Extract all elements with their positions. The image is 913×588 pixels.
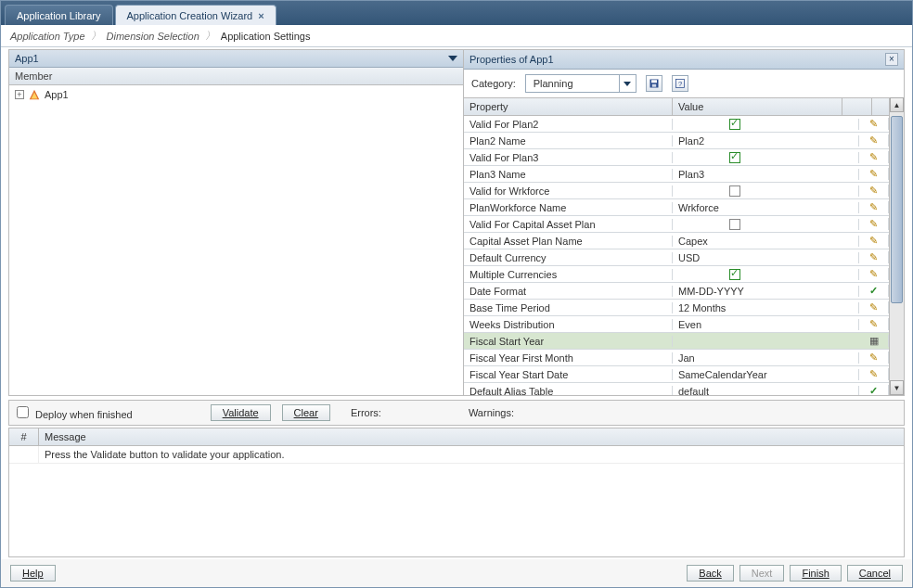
main-panels: App1 Member + App1 Properties of — [8, 49, 905, 396]
property-indicator[interactable]: ✎ — [859, 218, 889, 230]
chevron-right-icon — [205, 29, 215, 43]
property-indicator[interactable]: ✎ — [859, 134, 889, 147]
property-row[interactable]: Base Time Period12 Months✎ — [464, 300, 889, 316]
category-label: Category: — [471, 78, 516, 89]
message-row: Press the Validate button to validate yo… — [9, 446, 904, 464]
property-value-cell[interactable] — [673, 119, 859, 130]
save-icon[interactable] — [646, 75, 662, 92]
property-grid-wrap: Property Value Valid For Plan2✎Plan2 Nam… — [464, 97, 904, 395]
checkbox-icon[interactable] — [729, 185, 740, 197]
help-icon[interactable]: ? — [672, 75, 688, 92]
scroll-track[interactable] — [890, 112, 904, 380]
chevron-right-icon — [91, 29, 101, 43]
pencil-icon: ✎ — [869, 318, 878, 329]
checkbox-icon[interactable] — [729, 119, 740, 130]
validate-button[interactable]: Validate — [211, 404, 271, 421]
property-value-cell[interactable]: Wrkforce — [673, 202, 859, 213]
scroll-thumb[interactable] — [891, 116, 903, 303]
finish-button[interactable]: Finish — [790, 565, 841, 582]
property-indicator[interactable]: ✎ — [859, 151, 889, 163]
dropdown-icon[interactable] — [448, 56, 457, 61]
property-indicator[interactable]: ✎ — [859, 318, 889, 330]
breadcrumb-dimension-selection[interactable]: Dimension Selection — [107, 31, 199, 42]
tab-application-library[interactable]: Application Library — [5, 5, 113, 25]
property-value-cell[interactable] — [673, 219, 859, 230]
tree-column-header: Member — [9, 68, 463, 85]
property-value-cell[interactable]: Jan — [673, 352, 859, 364]
property-indicator[interactable]: ▦ — [859, 335, 889, 347]
property-value-cell[interactable]: Capex — [673, 236, 859, 247]
property-row[interactable]: Fiscal Year First MonthJan✎ — [464, 350, 889, 366]
deploy-checkbox[interactable] — [17, 406, 29, 418]
checkbox-icon[interactable] — [729, 219, 740, 230]
pencil-icon: ✎ — [869, 185, 878, 196]
breadcrumb: Application Type Dimension Selection App… — [1, 25, 912, 47]
property-value-cell[interactable]: MM-DD-YYYY — [673, 286, 859, 297]
back-button[interactable]: Back — [687, 565, 733, 582]
pencil-icon: ✎ — [869, 235, 878, 246]
property-indicator[interactable]: ✎ — [859, 301, 889, 313]
property-value-cell[interactable] — [673, 152, 859, 163]
help-button[interactable]: Help — [10, 565, 56, 582]
category-select[interactable]: Planning — [525, 74, 637, 93]
property-value-cell[interactable] — [673, 185, 859, 197]
property-indicator[interactable]: ✎ — [859, 368, 889, 380]
property-value-cell[interactable]: Plan2 — [673, 135, 859, 147]
property-row[interactable]: Valid For Plan3✎ — [464, 149, 889, 166]
pencil-icon: ✎ — [869, 352, 878, 363]
property-value: Capex — [678, 236, 708, 247]
property-value-cell[interactable]: default — [673, 386, 859, 396]
checkbox-icon[interactable] — [729, 152, 740, 163]
property-row[interactable]: Default Alias Tabledefault✓ — [464, 383, 889, 395]
property-row[interactable]: Fiscal Start Year▦ — [464, 333, 889, 350]
property-row[interactable]: Plan2 NamePlan2✎ — [464, 133, 889, 149]
scroll-up-icon[interactable]: ▲ — [890, 97, 904, 112]
calendar-icon: ▦ — [869, 335, 879, 346]
property-indicator[interactable]: ✎ — [859, 251, 889, 263]
expand-icon[interactable]: + — [15, 90, 24, 99]
property-indicator[interactable]: ✎ — [859, 235, 889, 247]
property-row[interactable]: Valid for Wrkforce✎ — [464, 183, 889, 199]
property-row[interactable]: Valid For Plan2✎ — [464, 116, 889, 133]
property-indicator[interactable]: ✎ — [859, 201, 889, 213]
property-value-cell[interactable]: 12 Months — [673, 302, 859, 313]
property-indicator[interactable]: ✎ — [859, 268, 889, 280]
property-value-cell[interactable] — [673, 269, 859, 280]
property-value-cell[interactable]: SameCalendarYear — [673, 369, 859, 380]
checkbox-icon[interactable] — [729, 269, 740, 280]
property-indicator[interactable]: ✎ — [859, 185, 889, 197]
property-row[interactable]: Capital Asset Plan NameCapex✎ — [464, 233, 889, 249]
cancel-button[interactable]: Cancel — [847, 565, 903, 582]
close-icon[interactable]: × — [258, 10, 264, 21]
property-row[interactable]: PlanWorkforce NameWrkforce✎ — [464, 199, 889, 216]
close-icon[interactable]: × — [885, 53, 898, 66]
property-row[interactable]: Default CurrencyUSD✎ — [464, 249, 889, 266]
clear-button[interactable]: Clear — [282, 404, 330, 421]
property-value-cell[interactable]: Plan3 — [673, 169, 859, 180]
property-indicator[interactable]: ✎ — [859, 352, 889, 364]
property-value-cell[interactable]: Even — [673, 319, 859, 330]
property-indicator[interactable]: ✓ — [859, 385, 889, 395]
property-value-cell[interactable]: USD — [673, 252, 859, 263]
breadcrumb-application-type[interactable]: Application Type — [10, 31, 85, 42]
property-row[interactable]: Valid For Capital Asset Plan✎ — [464, 216, 889, 233]
col-scroll-gutter — [872, 98, 889, 115]
property-row[interactable]: Plan3 NamePlan3✎ — [464, 166, 889, 183]
tree-root-row[interactable]: + App1 — [9, 85, 463, 104]
message-grid-body: Press the Validate button to validate yo… — [9, 446, 904, 556]
scroll-down-icon[interactable]: ▼ — [890, 380, 904, 395]
property-row[interactable]: Date FormatMM-DD-YYYY✓ — [464, 283, 889, 300]
property-indicator[interactable]: ✎ — [859, 168, 889, 180]
deploy-when-finished[interactable]: Deploy when finished — [17, 406, 133, 420]
property-name: Valid for Wrkforce — [464, 185, 673, 197]
pencil-icon: ✎ — [869, 301, 878, 313]
property-row[interactable]: Fiscal Year Start DateSameCalendarYear✎ — [464, 366, 889, 383]
property-indicator[interactable]: ✓ — [859, 285, 889, 297]
property-indicator[interactable]: ✎ — [859, 118, 889, 130]
chevron-down-icon[interactable] — [619, 75, 636, 92]
property-row[interactable]: Weeks DistributionEven✎ — [464, 316, 889, 333]
tab-application-creation-wizard[interactable]: Application Creation Wizard × — [115, 5, 276, 25]
property-value: Jan — [678, 352, 695, 364]
property-row[interactable]: Multiple Currencies✎ — [464, 266, 889, 283]
property-value: USD — [678, 252, 700, 263]
